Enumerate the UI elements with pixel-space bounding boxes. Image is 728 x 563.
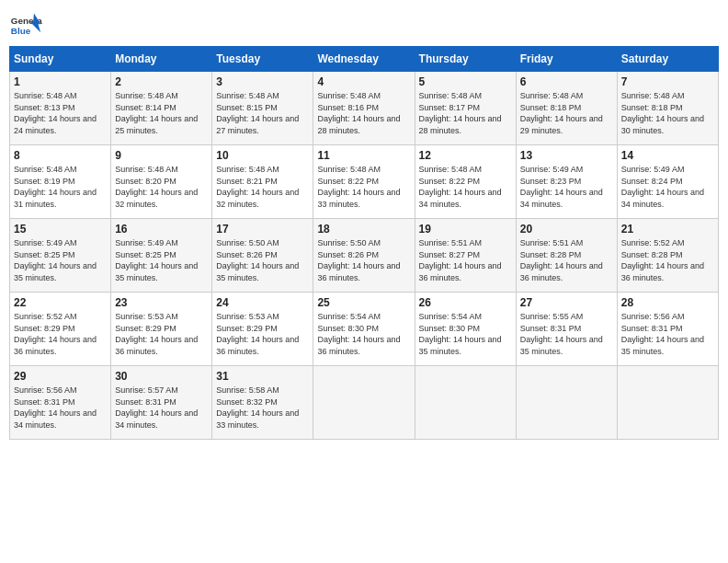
day-info: Sunrise: 5:49 AM Sunset: 8:25 PM Dayligh… bbox=[115, 237, 208, 283]
week-row-4: 22 Sunrise: 5:52 AM Sunset: 8:29 PM Dayl… bbox=[10, 293, 719, 366]
day-number: 22 bbox=[14, 296, 107, 309]
day-number: 2 bbox=[115, 75, 208, 88]
day-cell: 30 Sunrise: 5:57 AM Sunset: 8:31 PM Dayl… bbox=[111, 366, 212, 440]
day-info: Sunrise: 5:53 AM Sunset: 8:29 PM Dayligh… bbox=[115, 311, 208, 357]
day-info: Sunrise: 5:54 AM Sunset: 8:30 PM Dayligh… bbox=[317, 311, 410, 357]
day-cell: 8 Sunrise: 5:48 AM Sunset: 8:19 PM Dayli… bbox=[10, 145, 111, 219]
day-cell bbox=[415, 366, 516, 440]
day-number: 20 bbox=[520, 223, 613, 236]
day-number: 11 bbox=[317, 149, 410, 162]
day-info: Sunrise: 5:50 AM Sunset: 8:26 PM Dayligh… bbox=[216, 237, 309, 283]
day-number: 27 bbox=[520, 296, 613, 309]
day-number: 4 bbox=[317, 75, 410, 88]
day-info: Sunrise: 5:48 AM Sunset: 8:18 PM Dayligh… bbox=[520, 90, 613, 136]
day-info: Sunrise: 5:57 AM Sunset: 8:31 PM Dayligh… bbox=[115, 385, 208, 431]
day-number: 31 bbox=[216, 370, 309, 383]
page-header: General Blue bbox=[9, 9, 719, 42]
day-number: 28 bbox=[621, 296, 714, 309]
day-number: 13 bbox=[520, 149, 613, 162]
day-cell: 1 Sunrise: 5:48 AM Sunset: 8:13 PM Dayli… bbox=[10, 72, 111, 145]
day-number: 15 bbox=[14, 223, 107, 236]
day-cell: 17 Sunrise: 5:50 AM Sunset: 8:26 PM Dayl… bbox=[212, 219, 313, 293]
week-row-5: 29 Sunrise: 5:56 AM Sunset: 8:31 PM Dayl… bbox=[10, 366, 719, 440]
day-number: 9 bbox=[115, 149, 208, 162]
day-info: Sunrise: 5:54 AM Sunset: 8:30 PM Dayligh… bbox=[419, 311, 512, 357]
day-cell: 3 Sunrise: 5:48 AM Sunset: 8:15 PM Dayli… bbox=[212, 72, 313, 145]
day-number: 17 bbox=[216, 223, 309, 236]
calendar-table: SundayMondayTuesdayWednesdayThursdayFrid… bbox=[9, 46, 719, 440]
day-info: Sunrise: 5:55 AM Sunset: 8:31 PM Dayligh… bbox=[520, 311, 613, 357]
col-header-saturday: Saturday bbox=[617, 47, 718, 72]
day-number: 14 bbox=[621, 149, 714, 162]
day-cell: 7 Sunrise: 5:48 AM Sunset: 8:18 PM Dayli… bbox=[617, 72, 718, 145]
day-number: 16 bbox=[115, 223, 208, 236]
week-row-2: 8 Sunrise: 5:48 AM Sunset: 8:19 PM Dayli… bbox=[10, 145, 719, 219]
day-cell: 22 Sunrise: 5:52 AM Sunset: 8:29 PM Dayl… bbox=[10, 293, 111, 366]
day-cell: 9 Sunrise: 5:48 AM Sunset: 8:20 PM Dayli… bbox=[111, 145, 212, 219]
day-info: Sunrise: 5:53 AM Sunset: 8:29 PM Dayligh… bbox=[216, 311, 309, 357]
day-cell: 11 Sunrise: 5:48 AM Sunset: 8:22 PM Dayl… bbox=[313, 145, 415, 219]
col-header-thursday: Thursday bbox=[415, 47, 516, 72]
logo-icon: General Blue bbox=[9, 9, 42, 42]
day-cell: 15 Sunrise: 5:49 AM Sunset: 8:25 PM Dayl… bbox=[10, 219, 111, 293]
day-cell: 23 Sunrise: 5:53 AM Sunset: 8:29 PM Dayl… bbox=[111, 293, 212, 366]
day-info: Sunrise: 5:52 AM Sunset: 8:28 PM Dayligh… bbox=[621, 237, 714, 283]
day-info: Sunrise: 5:48 AM Sunset: 8:19 PM Dayligh… bbox=[14, 164, 107, 210]
day-number: 6 bbox=[520, 75, 613, 88]
day-number: 26 bbox=[419, 296, 512, 309]
svg-text:Blue: Blue bbox=[11, 26, 31, 36]
day-cell: 18 Sunrise: 5:50 AM Sunset: 8:26 PM Dayl… bbox=[313, 219, 415, 293]
week-row-3: 15 Sunrise: 5:49 AM Sunset: 8:25 PM Dayl… bbox=[10, 219, 719, 293]
day-info: Sunrise: 5:48 AM Sunset: 8:18 PM Dayligh… bbox=[621, 90, 714, 136]
day-info: Sunrise: 5:48 AM Sunset: 8:17 PM Dayligh… bbox=[419, 90, 512, 136]
day-cell: 4 Sunrise: 5:48 AM Sunset: 8:16 PM Dayli… bbox=[313, 72, 415, 145]
col-header-wednesday: Wednesday bbox=[313, 47, 415, 72]
day-number: 10 bbox=[216, 149, 309, 162]
col-header-friday: Friday bbox=[516, 47, 617, 72]
day-cell: 6 Sunrise: 5:48 AM Sunset: 8:18 PM Dayli… bbox=[516, 72, 617, 145]
day-cell: 20 Sunrise: 5:51 AM Sunset: 8:28 PM Dayl… bbox=[516, 219, 617, 293]
day-info: Sunrise: 5:49 AM Sunset: 8:25 PM Dayligh… bbox=[14, 237, 107, 283]
day-info: Sunrise: 5:50 AM Sunset: 8:26 PM Dayligh… bbox=[317, 237, 410, 283]
day-info: Sunrise: 5:58 AM Sunset: 8:32 PM Dayligh… bbox=[216, 385, 309, 431]
day-cell bbox=[617, 366, 718, 440]
day-info: Sunrise: 5:51 AM Sunset: 8:27 PM Dayligh… bbox=[419, 237, 512, 283]
day-info: Sunrise: 5:48 AM Sunset: 8:13 PM Dayligh… bbox=[14, 90, 107, 136]
day-number: 23 bbox=[115, 296, 208, 309]
day-cell: 10 Sunrise: 5:48 AM Sunset: 8:21 PM Dayl… bbox=[212, 145, 313, 219]
day-cell: 5 Sunrise: 5:48 AM Sunset: 8:17 PM Dayli… bbox=[415, 72, 516, 145]
day-number: 19 bbox=[419, 223, 512, 236]
day-number: 3 bbox=[216, 75, 309, 88]
day-cell: 21 Sunrise: 5:52 AM Sunset: 8:28 PM Dayl… bbox=[617, 219, 718, 293]
day-number: 8 bbox=[14, 149, 107, 162]
day-info: Sunrise: 5:48 AM Sunset: 8:22 PM Dayligh… bbox=[317, 164, 410, 210]
day-number: 21 bbox=[621, 223, 714, 236]
day-info: Sunrise: 5:49 AM Sunset: 8:23 PM Dayligh… bbox=[520, 164, 613, 210]
day-info: Sunrise: 5:48 AM Sunset: 8:16 PM Dayligh… bbox=[317, 90, 410, 136]
day-info: Sunrise: 5:48 AM Sunset: 8:20 PM Dayligh… bbox=[115, 164, 208, 210]
day-cell: 16 Sunrise: 5:49 AM Sunset: 8:25 PM Dayl… bbox=[111, 219, 212, 293]
day-info: Sunrise: 5:48 AM Sunset: 8:21 PM Dayligh… bbox=[216, 164, 309, 210]
header-row: SundayMondayTuesdayWednesdayThursdayFrid… bbox=[10, 47, 719, 72]
logo: General Blue bbox=[9, 9, 42, 42]
day-cell: 12 Sunrise: 5:48 AM Sunset: 8:22 PM Dayl… bbox=[415, 145, 516, 219]
col-header-tuesday: Tuesday bbox=[212, 47, 313, 72]
day-cell: 2 Sunrise: 5:48 AM Sunset: 8:14 PM Dayli… bbox=[111, 72, 212, 145]
day-cell: 26 Sunrise: 5:54 AM Sunset: 8:30 PM Dayl… bbox=[415, 293, 516, 366]
day-info: Sunrise: 5:56 AM Sunset: 8:31 PM Dayligh… bbox=[621, 311, 714, 357]
col-header-sunday: Sunday bbox=[10, 47, 111, 72]
day-number: 1 bbox=[14, 75, 107, 88]
day-cell: 19 Sunrise: 5:51 AM Sunset: 8:27 PM Dayl… bbox=[415, 219, 516, 293]
day-number: 5 bbox=[419, 75, 512, 88]
day-info: Sunrise: 5:56 AM Sunset: 8:31 PM Dayligh… bbox=[14, 385, 107, 431]
day-cell: 31 Sunrise: 5:58 AM Sunset: 8:32 PM Dayl… bbox=[212, 366, 313, 440]
day-number: 7 bbox=[621, 75, 714, 88]
day-info: Sunrise: 5:48 AM Sunset: 8:15 PM Dayligh… bbox=[216, 90, 309, 136]
day-number: 24 bbox=[216, 296, 309, 309]
day-cell: 13 Sunrise: 5:49 AM Sunset: 8:23 PM Dayl… bbox=[516, 145, 617, 219]
day-cell: 27 Sunrise: 5:55 AM Sunset: 8:31 PM Dayl… bbox=[516, 293, 617, 366]
day-info: Sunrise: 5:48 AM Sunset: 8:22 PM Dayligh… bbox=[419, 164, 512, 210]
day-cell bbox=[313, 366, 415, 440]
week-row-1: 1 Sunrise: 5:48 AM Sunset: 8:13 PM Dayli… bbox=[10, 72, 719, 145]
day-info: Sunrise: 5:52 AM Sunset: 8:29 PM Dayligh… bbox=[14, 311, 107, 357]
